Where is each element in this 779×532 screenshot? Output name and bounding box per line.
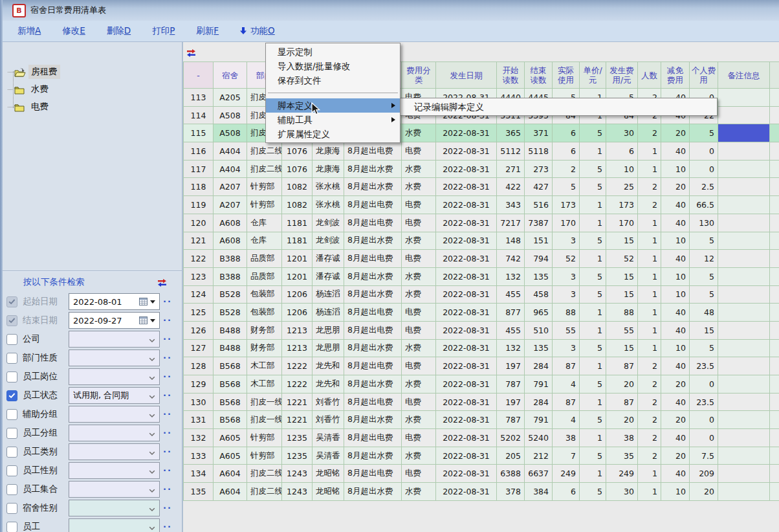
table-cell[interactable]: 1076 <box>282 160 313 178</box>
table-cell[interactable]: 132 <box>497 339 525 357</box>
table-cell[interactable]: 88 <box>606 304 638 322</box>
table-cell[interactable] <box>718 160 770 178</box>
combo-部门性质[interactable] <box>69 349 160 366</box>
checkbox-辅助分组[interactable] <box>6 409 17 420</box>
combo-辅助分组[interactable] <box>69 406 160 423</box>
table-cell[interactable]: 20 <box>661 178 690 196</box>
combo-员工岗位[interactable] <box>69 368 160 385</box>
table-cell[interactable] <box>718 357 770 375</box>
lookup-dots-button[interactable]: .. <box>163 520 172 529</box>
table-cell[interactable]: 8月超出电费 <box>344 250 402 268</box>
table-cell[interactable]: 1201 <box>282 267 313 285</box>
table-cell[interactable]: 5 <box>580 160 606 178</box>
table-cell[interactable]: A508 <box>214 124 247 142</box>
table-cell[interactable]: 水费 <box>402 267 436 285</box>
column-header[interactable] <box>770 62 779 89</box>
row-number-cell[interactable]: 123 <box>184 267 214 285</box>
table-cell[interactable]: 1206 <box>282 285 313 304</box>
table-cell[interactable]: 品质部 <box>247 250 282 268</box>
table-cell[interactable]: 1 <box>638 483 661 501</box>
table-cell[interactable] <box>718 232 770 250</box>
table-cell[interactable]: 510 <box>525 321 553 339</box>
table-cell[interactable]: 电费 <box>402 429 436 447</box>
lookup-dots-button[interactable]: .. <box>163 501 172 511</box>
table-cell[interactable]: 1 <box>638 142 661 161</box>
row-number-cell[interactable]: 122 <box>184 250 214 268</box>
table-cell[interactable]: B528 <box>214 285 247 304</box>
table-cell[interactable]: 365 <box>497 124 525 142</box>
table-cell[interactable]: 2022-08-31 <box>436 429 497 447</box>
table-cell[interactable]: 2 <box>638 124 661 142</box>
table-cell[interactable]: 5 <box>580 447 606 465</box>
table-cell[interactable]: 5 <box>690 232 718 250</box>
table-cell[interactable]: 40 <box>661 250 690 268</box>
table-cell[interactable]: 40 <box>661 214 690 232</box>
column-header-单价/元[interactable]: 单价/ 元 <box>580 62 606 89</box>
chevron-down-icon[interactable] <box>149 446 159 458</box>
table-cell[interactable]: 284 <box>525 357 553 375</box>
selected-cell[interactable] <box>718 124 770 142</box>
table-cell[interactable]: 516 <box>525 196 553 214</box>
table-cell[interactable]: 8月超出电费 <box>344 393 402 411</box>
table-cell[interactable]: 2 <box>638 393 661 411</box>
table-cell[interactable]: 水费 <box>402 160 436 178</box>
table-cell[interactable]: 87 <box>606 393 638 411</box>
table-cell[interactable]: 343 <box>497 196 525 214</box>
menu-item-保存到文件[interactable]: 保存到文件 <box>266 73 400 87</box>
table-cell[interactable] <box>718 429 770 447</box>
table-cell[interactable]: 5 <box>690 267 718 285</box>
table-cell[interactable]: 40 <box>661 465 690 483</box>
chevron-down-icon[interactable] <box>149 390 159 402</box>
row-number-cell[interactable]: 119 <box>184 196 214 214</box>
table-cell[interactable]: 仓库 <box>247 232 282 250</box>
table-cell[interactable]: 1 <box>638 232 661 250</box>
lookup-dots-button[interactable]: .. <box>163 370 172 379</box>
table-cell[interactable]: 1 <box>580 357 606 375</box>
checkbox-公司[interactable] <box>6 334 17 345</box>
table-cell[interactable]: 173 <box>553 196 580 214</box>
column-header-人数[interactable]: 人数 <box>638 62 661 89</box>
table-cell[interactable]: 8月超出水费 <box>344 447 402 465</box>
table-cell[interactable] <box>718 321 770 339</box>
table-cell[interactable]: 170 <box>606 214 638 232</box>
lookup-dots-button[interactable]: .. <box>163 426 172 436</box>
table-cell[interactable]: 龙剑波 <box>313 214 344 232</box>
row-number-cell[interactable]: 114 <box>184 106 214 124</box>
table-cell[interactable]: 20 <box>606 411 638 429</box>
table-cell[interactable] <box>770 465 779 483</box>
row-number-cell[interactable]: 131 <box>184 411 214 429</box>
table-cell[interactable]: 水费 <box>402 232 436 250</box>
table-cell[interactable]: 10 <box>661 285 690 304</box>
table-cell[interactable]: 包装部 <box>247 285 282 304</box>
table-cell[interactable]: 0 <box>690 411 718 429</box>
table-cell[interactable] <box>718 106 770 124</box>
table-cell[interactable]: 0 <box>690 142 718 161</box>
table-cell[interactable]: 5 <box>580 339 606 357</box>
table-cell[interactable]: 2022-08-31 <box>436 465 497 483</box>
menubar-item-刷新[interactable]: 刷新F <box>196 25 219 37</box>
checkbox-员工[interactable] <box>6 522 17 532</box>
table-cell[interactable]: 378 <box>497 483 525 501</box>
table-cell[interactable]: 1 <box>580 214 606 232</box>
table-cell[interactable]: 1 <box>638 267 661 285</box>
table-cell[interactable]: A605 <box>214 447 247 465</box>
table-cell[interactable]: 水费 <box>402 124 436 142</box>
table-cell[interactable]: 2 <box>638 447 661 465</box>
table-cell[interactable] <box>770 124 779 142</box>
swap-arrows-icon[interactable] <box>186 47 196 60</box>
table-cell[interactable]: 2022-08-31 <box>436 267 497 285</box>
lookup-dots-button[interactable]: .. <box>163 313 172 323</box>
table-cell[interactable]: 130 <box>690 214 718 232</box>
table-cell[interactable]: 271 <box>497 160 525 178</box>
table-cell[interactable]: 3 <box>553 285 580 304</box>
table-cell[interactable]: 龙昭铭 <box>313 483 344 501</box>
table-cell[interactable]: 2022-08-31 <box>436 124 497 142</box>
table-cell[interactable]: B528 <box>214 304 247 322</box>
row-number-cell[interactable]: 124 <box>184 285 214 304</box>
table-cell[interactable]: 6388 <box>497 465 525 483</box>
table-cell[interactable]: 1243 <box>282 465 313 483</box>
table-cell[interactable]: 包装部 <box>247 304 282 322</box>
table-cell[interactable]: 4 <box>553 375 580 393</box>
table-cell[interactable] <box>718 339 770 357</box>
row-number-cell[interactable]: 121 <box>184 232 214 250</box>
